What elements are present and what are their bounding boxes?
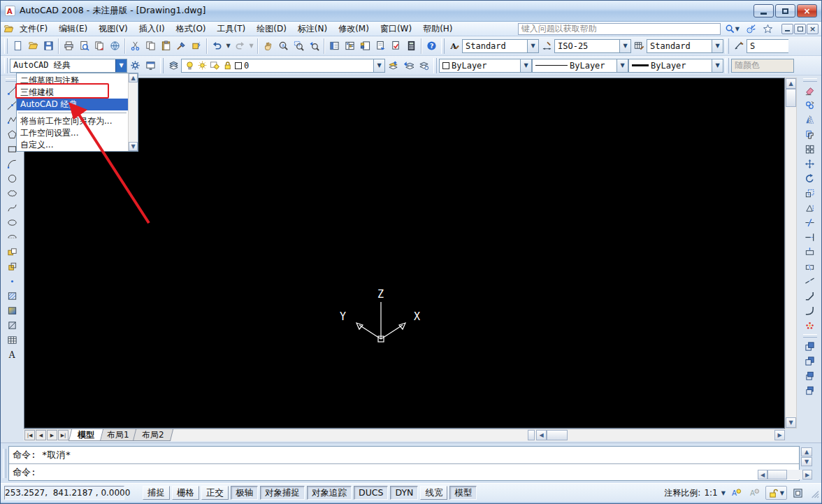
break-at-point-button[interactable] [802,245,818,259]
erase-button[interactable] [802,83,818,98]
status-toggle-ducs[interactable]: DUCS [354,486,388,500]
lineweight-dropdown-arrow[interactable]: ▼ [712,59,723,72]
text-style-button[interactable]: A [447,38,462,54]
offset-button[interactable] [802,127,818,142]
minimize-button[interactable] [754,4,774,17]
doc-minimize-button[interactable] [781,24,793,34]
plot-button[interactable] [61,38,76,54]
redo-button[interactable] [232,38,247,54]
undo-dropdown-button[interactable]: ▼ [224,38,232,54]
tab-last-button[interactable]: ▶| [58,430,68,440]
scroll-down-button[interactable]: ▼ [786,417,796,428]
ellipse-button[interactable] [5,215,20,230]
hscroll-thumb[interactable] [547,430,568,440]
toolbar-grip[interactable] [726,58,729,73]
make-block-button[interactable] [5,259,20,274]
break-button[interactable] [802,259,818,274]
layer-properties-button[interactable] [166,58,181,73]
layer-viewport-freeze-icon[interactable] [210,60,220,71]
menu-item-6[interactable]: 绘图(D) [251,22,292,36]
arc-button[interactable] [5,157,20,171]
annotation-auto-add-button[interactable]: A [747,487,762,499]
workspace-option-2[interactable]: AutoCAD 经典 [17,99,128,110]
workspace-settings-button[interactable] [127,58,143,73]
rotate-button[interactable] [802,171,818,186]
menu-item-0[interactable]: 文件(F) [14,22,53,36]
help-search-input[interactable] [518,23,721,35]
command-scroll-down-button[interactable]: ▼ [801,457,812,466]
status-toggle-polar[interactable]: 极轴 [231,486,258,500]
toolbar-grip[interactable] [726,38,729,54]
menu-item-10[interactable]: 帮助(H) [417,22,458,36]
doc-restore-button[interactable] [794,24,806,34]
tool-palettes-button[interactable] [357,38,373,54]
zoom-realtime-button[interactable]: ± [275,38,291,54]
workspace-action-2[interactable]: 自定义... [17,139,128,151]
annotation-scale-dropdown-arrow[interactable]: ▼ [721,490,726,496]
dropdown-scroll-down[interactable]: ▼ [129,142,138,151]
annotation-visibility-button[interactable]: A [729,487,744,499]
bring-to-front-button[interactable] [802,339,818,354]
annotation-scale-value[interactable]: 1:1 [704,488,717,498]
menu-item-5[interactable]: 工具(T) [212,22,252,36]
table-style-button[interactable] [631,38,647,54]
toolbar-grip[interactable] [4,58,8,73]
toolbar-lock-button[interactable]: ▼ [765,486,787,500]
circle-button[interactable] [5,171,20,186]
menu-item-1[interactable]: 编辑(E) [53,22,93,36]
multileader-style-combo[interactable]: S [747,39,788,53]
help-button[interactable]: ? [424,38,439,54]
ellipse-arc-button[interactable] [5,230,20,245]
zoom-window-button[interactable] [291,38,306,54]
close-button[interactable]: × [797,4,817,17]
dim-style-button[interactable] [539,38,554,54]
chamfer-button[interactable] [802,289,818,303]
canvas-vscrollbar[interactable]: ▲ ▼ [785,78,797,429]
move-button[interactable] [802,157,818,171]
layer-on-bulb-icon[interactable] [185,60,195,71]
explode-button[interactable] [802,318,818,333]
resize-grip[interactable] [809,488,819,498]
dim-style-combo[interactable]: ISO-25 ▼ [554,39,631,53]
scroll-right-button[interactable]: ▶ [774,430,785,440]
extend-button[interactable] [802,230,818,245]
mirror-button[interactable] [802,113,818,127]
status-toggle-grid[interactable]: 栅格 [172,486,199,500]
table-style-combo[interactable]: Standard ▼ [647,39,723,53]
table-style-dropdown-arrow[interactable]: ▼ [712,40,723,52]
toolbar-grip[interactable] [441,38,445,54]
command-vscroll[interactable]: ▲ ▼ [801,447,812,466]
command-hscroll[interactable]: ◀ ▶ [758,470,812,480]
status-toggle-lwt[interactable]: 线宽 [420,486,447,500]
vscroll-thumb[interactable] [786,89,796,107]
command-scroll-left-button[interactable]: ◀ [758,470,767,480]
tab-next-button[interactable]: ▶ [47,430,57,440]
lineweight-combo[interactable]: ByLayer ▼ [628,59,723,73]
tab-prev-button[interactable]: ◀ [36,430,46,440]
region-button[interactable] [5,318,20,333]
properties-button[interactable] [326,38,342,54]
scroll-left-button[interactable]: ◀ [536,430,547,440]
status-toggle-osnap[interactable]: 对象捕捉 [260,486,305,500]
undo-button[interactable] [209,38,224,54]
doc-close-button[interactable]: × [807,24,819,34]
command-text-area[interactable]: 命令: *取消* 命令: [8,446,800,481]
command-window-grip[interactable] [3,449,6,478]
communication-center-button[interactable] [744,22,758,35]
status-toggle-model[interactable]: 模型 [449,486,477,500]
linetype-dropdown-arrow[interactable]: ▼ [616,59,628,72]
layer-states-button[interactable] [416,58,431,73]
zoom-previous-button[interactable] [306,38,322,54]
match-properties-button[interactable] [173,38,189,54]
maximize-button[interactable] [775,4,795,17]
menu-item-9[interactable]: 窗口(W) [375,22,417,36]
toolbar-grip[interactable] [803,334,817,338]
block-editor-button[interactable] [189,38,204,54]
send-to-back-button[interactable] [802,354,818,368]
text-style-dropdown-arrow[interactable]: ▼ [527,40,538,52]
command-prompt-line[interactable]: 命令: [9,464,799,481]
multileader-style-button[interactable] [731,38,747,54]
color-dropdown-arrow[interactable]: ▼ [520,59,531,72]
layer-freeze-sun-icon[interactable] [197,60,208,71]
plot-preview-button[interactable] [76,38,92,54]
